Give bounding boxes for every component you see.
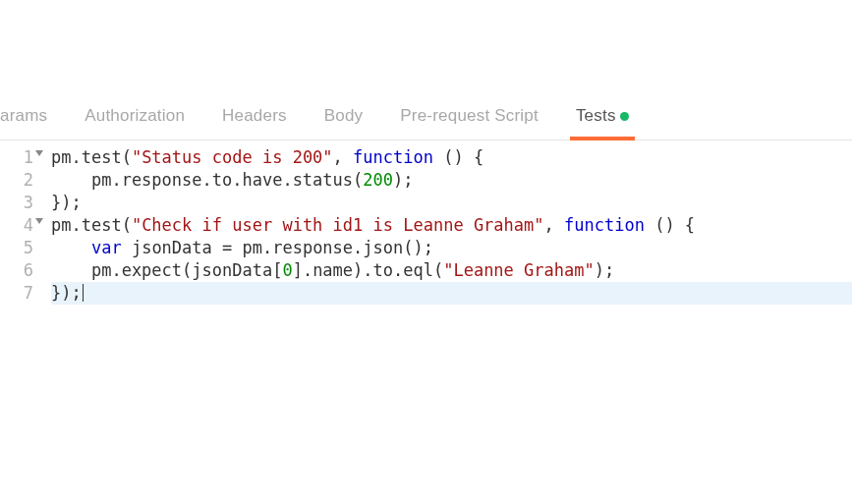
tab-params[interactable]: arams: [0, 106, 47, 132]
code-line: pm.test("Check if user with id1 is Leann…: [51, 214, 852, 237]
code-line: pm.test("Status code is 200", function (…: [51, 146, 852, 169]
tab-authorization[interactable]: Authorization: [85, 106, 185, 132]
text-cursor: [83, 284, 84, 302]
tab-body[interactable]: Body: [324, 106, 364, 132]
code-area[interactable]: pm.test("Status code is 200", function (…: [37, 146, 852, 305]
line-number: 5: [0, 237, 33, 259]
code-line: pm.expect(jsonData[0].name).to.eql("Lean…: [51, 259, 852, 282]
line-number: 6: [0, 259, 33, 282]
code-line: });: [51, 192, 852, 214]
line-number-gutter: 1 2 3 4 5 6 7: [0, 146, 37, 305]
line-number: 4: [0, 214, 33, 237]
tab-tests[interactable]: Tests: [576, 106, 629, 132]
line-number: 1: [0, 146, 33, 169]
tab-prerequest-script[interactable]: Pre-request Script: [400, 106, 539, 132]
request-tabs: arams Authorization Headers Body Pre-req…: [0, 106, 852, 140]
code-line: pm.response.to.have.status(200);: [51, 169, 852, 192]
line-number: 2: [0, 169, 33, 192]
code-line: });: [51, 282, 852, 305]
code-editor[interactable]: 1 2 3 4 5 6 7 pm.test("Status code is 20…: [0, 140, 852, 305]
code-line: var jsonData = pm.response.json();: [51, 237, 852, 259]
tab-tests-label: Tests: [576, 106, 616, 125]
unsaved-indicator-icon: [620, 112, 629, 121]
tab-headers[interactable]: Headers: [222, 106, 287, 132]
top-spacer: [0, 0, 852, 106]
line-number: 7: [0, 282, 33, 305]
line-number: 3: [0, 192, 33, 214]
